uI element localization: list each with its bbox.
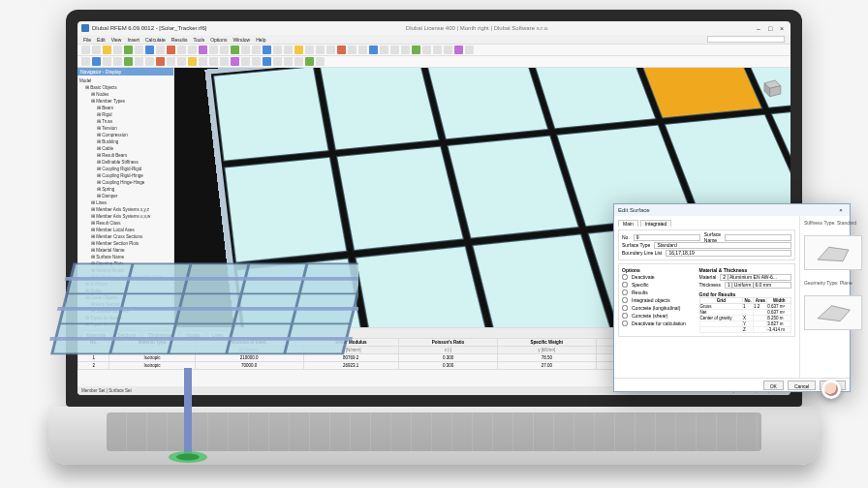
toolbar-button[interactable] [124, 57, 133, 66]
option-checkbox[interactable] [622, 297, 628, 303]
toolbar-button[interactable] [252, 46, 261, 54]
toolbar-button[interactable] [103, 57, 111, 66]
column-header[interactable]: No. [78, 339, 109, 347]
toolbar-button[interactable] [263, 46, 271, 54]
boundary-lines-input[interactable] [666, 250, 791, 257]
surface-cell[interactable] [336, 146, 464, 252]
toolbar-button[interactable] [401, 46, 410, 54]
menu-item[interactable]: Results [171, 37, 188, 43]
toolbar-button[interactable] [135, 57, 143, 66]
bottom-tab[interactable]: Sections [112, 330, 140, 338]
minimize-button[interactable]: – [754, 23, 763, 33]
toolbar-button[interactable] [81, 46, 90, 54]
toolbar-button[interactable] [113, 46, 122, 54]
tree-item[interactable]: ⊞ Surface Stiffness [79, 308, 171, 315]
toolbar-button[interactable] [316, 46, 325, 54]
dialog-titlebar[interactable]: Edit Surface × [614, 204, 850, 216]
tree-item[interactable]: ⊞ Types for Nodes [79, 315, 171, 321]
table-cell[interactable]: Isotropic [109, 354, 195, 362]
option-checkbox[interactable] [622, 320, 628, 326]
toolbar-button[interactable] [209, 57, 218, 66]
tree-item[interactable]: ⊞ Lines [79, 199, 171, 206]
menu-item[interactable]: Insert [127, 37, 140, 43]
tree-item[interactable]: ⊞ Basic Objects [79, 84, 171, 91]
toolbar-button[interactable] [358, 46, 367, 54]
toolbar-button[interactable] [145, 57, 154, 66]
toolbar-button[interactable] [305, 57, 314, 66]
toolbar-button[interactable] [199, 46, 207, 54]
navigator-tree[interactable]: Model⊞ Basic Objects⊞ Nodes⊞ Member Type… [78, 76, 173, 327]
surface-no-input[interactable] [634, 234, 700, 241]
table-cell[interactable]: 0.300 [399, 362, 498, 370]
tree-item[interactable]: ⊞ Result Beam [79, 152, 171, 159]
toolbar-button[interactable] [209, 46, 218, 54]
surface-cell[interactable] [224, 157, 347, 263]
toolbar-button[interactable] [167, 46, 175, 54]
option-checkbox[interactable] [622, 290, 628, 295]
column-header[interactable]: Specific Weight [498, 339, 597, 347]
toolbar-button[interactable] [231, 57, 239, 66]
toolbar-button[interactable] [273, 57, 282, 66]
toolbar-button[interactable] [337, 46, 346, 54]
toolbar-button[interactable] [167, 57, 175, 66]
column-header[interactable]: Modulus of Elast. [195, 339, 303, 347]
toolbar-button[interactable] [412, 46, 420, 54]
toolbar-button[interactable] [465, 46, 474, 54]
menu-item[interactable]: Edit [97, 37, 106, 43]
toolbar-button[interactable] [422, 46, 431, 54]
menu-item[interactable]: Window [232, 37, 250, 43]
tree-item[interactable]: ⊞ Section Model [79, 267, 171, 274]
table-cell[interactable]: 80769.2 [303, 354, 399, 362]
tree-item[interactable]: ⊞ Member Local Axes [79, 227, 171, 233]
tree-item[interactable]: ⊞ Coupling Rigid-Hinge [79, 172, 171, 179]
toolbar-button[interactable] [316, 57, 325, 66]
table-cell[interactable]: 0.300 [399, 354, 498, 362]
tree-item[interactable]: ⊞ Nodes [79, 91, 171, 98]
toolbar-button[interactable] [220, 57, 229, 66]
toolbar-button[interactable] [220, 46, 229, 54]
toolbar-button[interactable] [188, 57, 197, 66]
menu-item[interactable]: View [111, 37, 122, 43]
tree-item[interactable]: ⊞ Beam [79, 105, 171, 111]
toolbar-button[interactable] [177, 57, 186, 66]
option-checkbox[interactable] [622, 305, 628, 311]
bottom-tab[interactable]: Materials [81, 330, 110, 338]
tree-item[interactable]: ⊞ Result Class [79, 220, 171, 227]
toolbar-button[interactable] [241, 57, 250, 66]
material-select[interactable] [720, 274, 791, 281]
toolbar-button[interactable] [263, 57, 271, 66]
tree-item[interactable]: ⊞ Truss [79, 118, 171, 125]
maximize-button[interactable]: □ [765, 23, 775, 33]
table-cell[interactable]: 78.50 [498, 354, 597, 362]
surface-cell[interactable] [213, 68, 329, 162]
surface-cell[interactable] [355, 246, 491, 327]
menu-item[interactable]: Calculate [145, 37, 166, 43]
toolbar-button[interactable] [273, 46, 282, 54]
toolbar-button[interactable] [380, 46, 388, 54]
user-avatar[interactable] [822, 380, 841, 399]
toolbar-button[interactable] [241, 46, 250, 54]
view-cube[interactable] [758, 74, 785, 101]
tree-item[interactable]: Model [79, 77, 171, 84]
tree-item[interactable]: ⊞ Definable Stiffness [79, 159, 171, 166]
toolbar-button[interactable] [92, 57, 101, 66]
tree-item[interactable]: ⊞ Member Cross Sections [79, 233, 171, 240]
tree-item[interactable]: ⊞ Material Name [79, 247, 171, 254]
tree-item[interactable]: ⊞ Tension [79, 125, 171, 132]
toolbar-button[interactable] [188, 46, 197, 54]
toolbar-button[interactable] [124, 46, 133, 54]
table-cell[interactable]: Isotropic [109, 362, 195, 370]
toolbar-button[interactable] [305, 46, 314, 54]
tree-item[interactable]: ⊞ Coupling Hinge-Hinge [79, 179, 171, 186]
toolbar-button[interactable] [113, 57, 122, 66]
toolbar-button[interactable] [284, 46, 293, 54]
tree-item[interactable]: ⊞ Buckling [79, 138, 171, 145]
toolbar-button[interactable] [433, 46, 442, 54]
toolbar-button[interactable] [390, 46, 399, 54]
thickness-select[interactable] [725, 282, 791, 289]
toolbar-button[interactable] [81, 57, 90, 66]
tree-item[interactable]: ⊞ Coupling Rigid-Rigid [79, 166, 171, 172]
toolbar-button[interactable] [252, 57, 261, 66]
toolbar-button[interactable] [145, 46, 154, 54]
dialog-tab-main[interactable]: Main [618, 220, 638, 227]
